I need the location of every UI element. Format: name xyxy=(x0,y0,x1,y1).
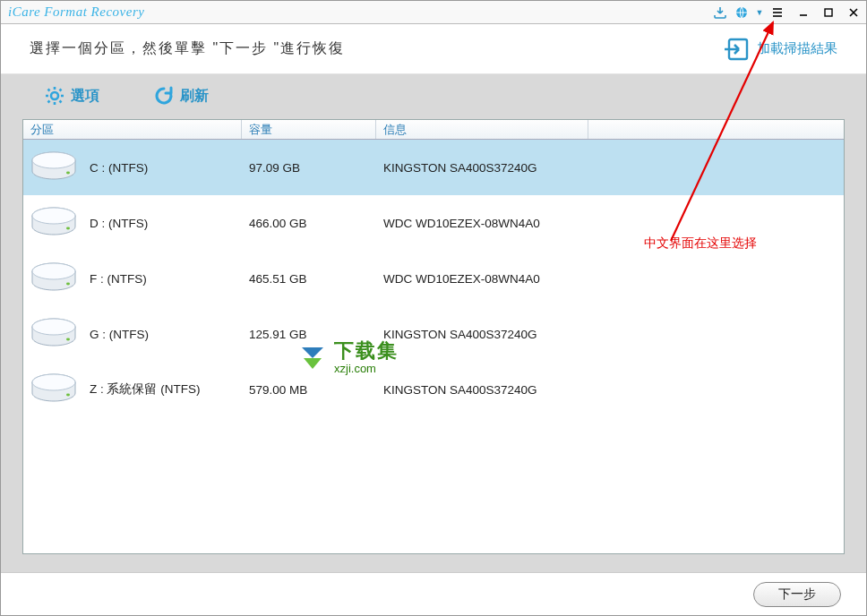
partition-label: D : (NTFS) xyxy=(90,217,148,230)
partition-size: 466.00 GB xyxy=(242,217,376,230)
svg-rect-1 xyxy=(825,9,832,16)
svg-point-3 xyxy=(51,92,58,99)
table-row[interactable]: Z : 系統保留 (NTFS)579.00 MBKINGSTON SA400S3… xyxy=(23,362,844,417)
download-icon[interactable] xyxy=(712,4,728,21)
app-window: iCare Format Recovery ▼ 選擇一 xyxy=(0,0,867,616)
annotation-text: 中文界面在这里选择 xyxy=(644,235,757,252)
options-label: 選項 xyxy=(71,87,99,106)
drive-icon xyxy=(29,316,79,352)
header-info[interactable]: 信息 xyxy=(376,120,588,139)
globe-icon[interactable] xyxy=(734,4,750,21)
svg-point-15 xyxy=(66,338,70,341)
svg-point-18 xyxy=(66,394,70,397)
partition-rows: C : (NTFS)97.09 GBKINGSTON SA400S37240GD… xyxy=(23,140,844,553)
header-size[interactable]: 容量 xyxy=(242,120,376,139)
svg-point-17 xyxy=(32,374,75,390)
svg-point-6 xyxy=(66,172,70,175)
partition-size: 465.51 GB xyxy=(242,272,376,286)
svg-point-5 xyxy=(32,152,75,168)
import-icon xyxy=(725,36,751,63)
refresh-link[interactable]: 刷新 xyxy=(153,85,209,119)
table-headers: 分區 容量 信息 xyxy=(23,120,844,140)
refresh-label: 刷新 xyxy=(180,87,209,106)
drive-icon xyxy=(29,372,79,407)
table-row[interactable]: F : (NTFS)465.51 GBWDC WD10EZEX-08WN4A0 xyxy=(23,251,844,306)
partition-panel: 分區 容量 信息 C : (NTFS)97.09 GBKINGSTON SA40… xyxy=(22,119,845,554)
partition-label: Z : 系統保留 (NTFS) xyxy=(90,381,201,398)
partition-info: WDC WD10EZEX-08WN4A0 xyxy=(376,217,588,230)
svg-point-8 xyxy=(32,208,75,224)
svg-point-12 xyxy=(66,283,70,286)
partition-info: KINGSTON SA400S37240G xyxy=(376,383,588,397)
svg-point-14 xyxy=(32,319,75,335)
title-icons: ▼ xyxy=(712,4,861,21)
bottom-bar: 下一步 xyxy=(1,572,866,615)
app-title: iCare Format Recovery xyxy=(8,4,144,20)
partition-info: KINGSTON SA400S37240G xyxy=(376,161,588,175)
partition-info: KINGSTON SA400S37240G xyxy=(376,328,588,341)
header-partition[interactable]: 分區 xyxy=(23,120,242,139)
load-scan-result[interactable]: 加載掃描結果 xyxy=(725,36,837,63)
tool-band: 選項 刷新 xyxy=(1,74,866,119)
partition-label: C : (NTFS) xyxy=(90,161,148,175)
header-pad xyxy=(588,120,844,139)
content-area: 分區 容量 信息 C : (NTFS)97.09 GBKINGSTON SA40… xyxy=(1,119,866,572)
dropdown-arrow-icon[interactable]: ▼ xyxy=(755,4,764,21)
drive-icon xyxy=(29,150,79,185)
minimize-button[interactable] xyxy=(796,5,811,20)
partition-size: 125.91 GB xyxy=(242,328,376,341)
partition-info: WDC WD10EZEX-08WN4A0 xyxy=(376,272,588,286)
load-scan-result-label: 加載掃描結果 xyxy=(757,40,837,57)
options-link[interactable]: 選項 xyxy=(44,85,99,119)
close-button[interactable] xyxy=(846,5,861,20)
svg-point-11 xyxy=(32,263,75,279)
partition-size: 579.00 MB xyxy=(242,383,376,397)
table-row[interactable]: C : (NTFS)97.09 GBKINGSTON SA400S37240G xyxy=(23,140,844,195)
drive-icon xyxy=(29,261,79,296)
menu-icon[interactable] xyxy=(769,4,785,21)
titlebar: iCare Format Recovery ▼ xyxy=(1,1,866,24)
svg-point-9 xyxy=(66,227,70,230)
refresh-icon xyxy=(153,85,175,107)
instruction-text: 選擇一個分區，然後單擊 "下一步 "進行恢復 xyxy=(30,39,345,58)
partition-size: 97.09 GB xyxy=(242,161,376,175)
drive-icon xyxy=(29,205,79,241)
maximize-button[interactable] xyxy=(821,5,836,20)
gear-icon xyxy=(44,85,65,107)
partition-label: F : (NTFS) xyxy=(90,272,147,286)
partition-label: G : (NTFS) xyxy=(90,328,149,341)
table-row[interactable]: G : (NTFS)125.91 GBKINGSTON SA400S37240G xyxy=(23,306,844,362)
instruction-bar: 選擇一個分區，然後單擊 "下一步 "進行恢復 加載掃描結果 xyxy=(1,24,866,74)
next-button[interactable]: 下一步 xyxy=(753,582,841,607)
